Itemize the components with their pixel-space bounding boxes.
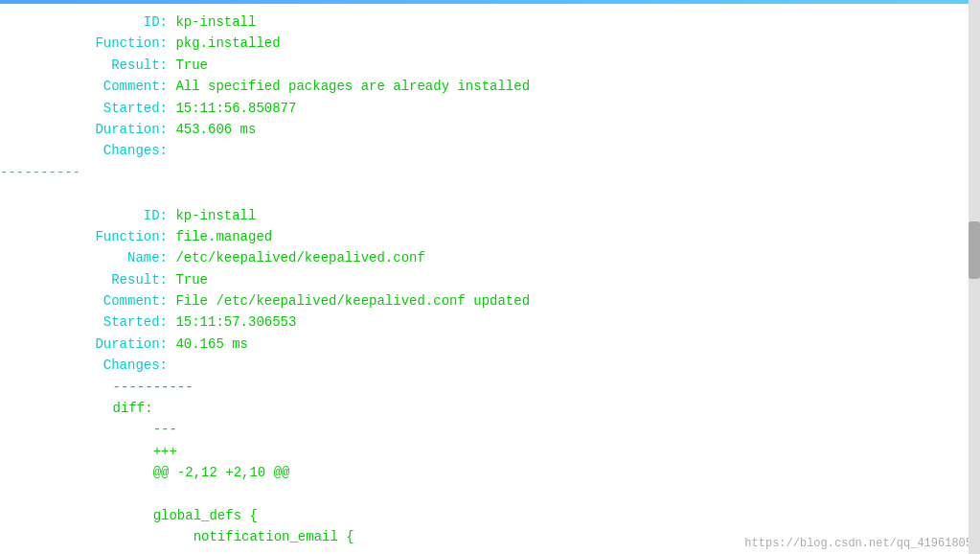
notification-email-text: notification_email { — [0, 526, 354, 547]
label-function-2: Function: — [0, 226, 168, 247]
line-diff-range: @@ -2,12 +2,10 @@ — [0, 462, 980, 483]
value-id-2: kp-install — [168, 205, 256, 226]
line-id-2: ID: kp-install — [0, 205, 980, 226]
blank-line-2 — [0, 484, 980, 505]
global-defs-text: global_defs { — [0, 505, 258, 526]
separator-text: ---------- — [0, 162, 80, 183]
separator-line: ---------- — [0, 162, 980, 183]
label-id-1: ID: — [0, 12, 168, 33]
line-comment-2: Comment: File /etc/keepalived/keepalived… — [0, 290, 980, 312]
line-id-1: ID: kp-install — [0, 12, 980, 33]
line-result-1: Result: True — [0, 55, 980, 76]
label-id-2: ID: — [0, 205, 168, 226]
label-started-1: Started: — [0, 98, 168, 119]
value-result-1: True — [168, 55, 208, 76]
line-diff: diff: — [0, 398, 980, 419]
scrollbar-thumb[interactable] — [969, 221, 980, 279]
blank-line — [0, 183, 980, 204]
label-name-2: Name: — [0, 247, 168, 268]
line-started-1: Started: 15:11:56.850877 — [0, 98, 980, 119]
label-duration-2: Duration: — [0, 334, 168, 355]
diff-label: diff: — [0, 398, 153, 419]
line-result-2: Result: True — [0, 269, 980, 290]
scrollbar[interactable] — [969, 0, 980, 554]
line-diff-minus: --- — [0, 419, 980, 440]
line-duration-2: Duration: 40.165 ms — [0, 334, 980, 355]
value-started-1: 15:11:56.850877 — [168, 98, 296, 119]
value-function-1: pkg.installed — [168, 33, 281, 54]
label-comment-2: Comment: — [0, 290, 168, 312]
value-duration-2: 40.165 ms — [168, 334, 248, 355]
value-result-2: True — [168, 269, 208, 290]
value-id-1: kp-install — [168, 12, 256, 33]
line-comment-1: Comment: All specified packages are alre… — [0, 76, 980, 97]
sub-separator-text: ---------- — [0, 377, 194, 398]
line-changes-1: Changes: — [0, 140, 980, 161]
line-sub-separator: ---------- — [0, 377, 980, 398]
label-result-2: Result: — [0, 269, 168, 290]
line-diff-plus: +++ — [0, 441, 980, 462]
label-function-1: Function: — [0, 33, 168, 54]
diff-range: @@ -2,12 +2,10 @@ — [0, 462, 289, 483]
value-started-2: 15:11:57.306553 — [168, 312, 296, 333]
line-function-2: Function: file.managed — [0, 226, 980, 247]
value-function-2: file.managed — [168, 226, 272, 247]
diff-minus: --- — [0, 419, 177, 440]
line-global-defs: global_defs { — [0, 505, 980, 526]
watermark: https://blog.csdn.net/qq_41961805 — [744, 537, 972, 550]
label-result-1: Result: — [0, 55, 168, 76]
label-changes-2: Changes: — [0, 355, 168, 376]
value-name-2: /etc/keepalived/keepalived.conf — [168, 247, 425, 268]
terminal-content: ID: kp-install Function: pkg.installed R… — [0, 4, 980, 554]
line-name-2: Name: /etc/keepalived/keepalived.conf — [0, 247, 980, 268]
value-comment-1: All specified packages are already insta… — [168, 76, 530, 97]
line-changes-2: Changes: — [0, 355, 980, 376]
line-function-1: Function: pkg.installed — [0, 33, 980, 54]
diff-plus: +++ — [0, 441, 177, 462]
label-comment-1: Comment: — [0, 76, 168, 97]
label-changes-1: Changes: — [0, 140, 168, 161]
label-started-2: Started: — [0, 312, 168, 333]
value-comment-2: File /etc/keepalived/keepalived.conf upd… — [168, 290, 530, 312]
line-duration-1: Duration: 453.606 ms — [0, 119, 980, 140]
value-duration-1: 453.606 ms — [168, 119, 256, 140]
terminal-window: ID: kp-install Function: pkg.installed R… — [0, 0, 980, 554]
line-started-2: Started: 15:11:57.306553 — [0, 312, 980, 333]
label-duration-1: Duration: — [0, 119, 168, 140]
